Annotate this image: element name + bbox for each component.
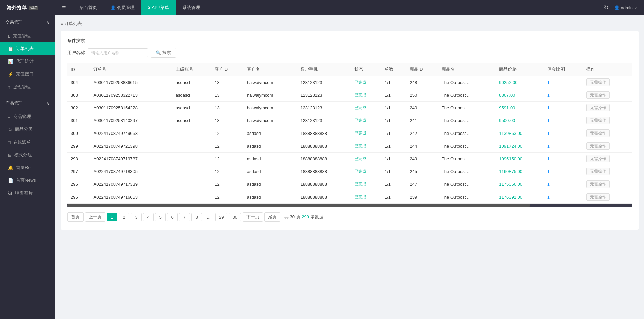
cell-action[interactable]: 无需操作 bbox=[583, 191, 632, 204]
cell-customer-id: 12 bbox=[211, 153, 243, 165]
search-input[interactable] bbox=[88, 48, 148, 57]
cell-status: 已完成 bbox=[351, 89, 381, 102]
sidebar-item-orders[interactable]: 📋 订单列表 bbox=[0, 42, 55, 55]
sidebar-agent-stats-label: 代理统计 bbox=[16, 58, 34, 64]
col-action: 操作 bbox=[583, 63, 632, 76]
cell-id: 304 bbox=[67, 76, 90, 89]
cell-customer-id: 12 bbox=[211, 178, 243, 191]
col-parent: 上级账号 bbox=[172, 63, 211, 76]
cell-parent: asdasd bbox=[172, 114, 211, 127]
cell-order-no: A03011709258154228 bbox=[90, 102, 172, 114]
sidebar-orders-label: 订单列表 bbox=[16, 46, 34, 52]
sidebar-group-product-caret: ∨ bbox=[47, 101, 50, 106]
search-icon: 🔍 bbox=[156, 50, 161, 55]
pagination: 首页 上一页 1 2 3 4 5 6 7 8 ... 29 30 下一页 尾页 … bbox=[67, 207, 632, 223]
cell-parent: asdasd bbox=[172, 102, 211, 114]
cell-units: 1/1 bbox=[381, 76, 406, 89]
search-button-label: 搜索 bbox=[162, 50, 171, 56]
page-29-button[interactable]: 29 bbox=[215, 213, 227, 221]
sidebar-group-transaction[interactable]: 交易管理 ∨ bbox=[0, 15, 55, 30]
product-category-icon: 🗂 bbox=[8, 127, 12, 132]
page-7-button[interactable]: 7 bbox=[179, 213, 190, 221]
cell-parent: asdasd bbox=[172, 76, 211, 89]
cell-action[interactable]: 无需操作 bbox=[583, 140, 632, 153]
sidebar-product-mgmt-label: 商品管理 bbox=[13, 114, 31, 120]
nav-menu-icon[interactable]: ☰ bbox=[55, 0, 73, 15]
sidebar-item-product-mgmt[interactable]: ≡ 商品管理 bbox=[0, 110, 55, 123]
cell-order-no: A02241708749717339 bbox=[90, 178, 172, 191]
table-row: 303 A03011709258322713 asdasd 13 haiwaiy… bbox=[67, 89, 632, 102]
sidebar-item-popup-image[interactable]: 🖼 弹窗图片 bbox=[0, 187, 55, 200]
cell-action[interactable]: 无需操作 bbox=[583, 114, 632, 127]
search-button[interactable]: 🔍 搜索 bbox=[151, 48, 176, 58]
app-logo: 海外抢单 v3.7 bbox=[0, 5, 55, 11]
cell-customer-name: asdasd bbox=[244, 178, 297, 191]
cell-parent bbox=[172, 153, 211, 165]
nav-item-dashboard[interactable]: 后台首页 bbox=[73, 0, 104, 15]
nav-item-app-menu[interactable]: ¥ APP菜单 bbox=[141, 0, 176, 15]
page-2-button[interactable]: 2 bbox=[119, 213, 129, 221]
page-1-button[interactable]: 1 bbox=[107, 213, 117, 221]
cell-price: 1176391.00 bbox=[496, 191, 544, 204]
page-next-button[interactable]: 下一页 bbox=[243, 212, 263, 222]
withdrawal-icon: ¥ bbox=[8, 85, 10, 90]
cell-status: 已完成 bbox=[351, 178, 381, 191]
admin-caret-icon: ∨ bbox=[634, 5, 637, 10]
sidebar-item-withdrawal[interactable]: ¥ 提现管理 bbox=[0, 81, 55, 93]
cell-action[interactable]: 无需操作 bbox=[583, 76, 632, 89]
refresh-button[interactable]: ↻ bbox=[604, 4, 609, 11]
sidebar-group-product[interactable]: 产品管理 ∨ bbox=[0, 96, 55, 110]
page-last-button[interactable]: 尾页 bbox=[264, 212, 280, 222]
page-4-button[interactable]: 4 bbox=[143, 213, 154, 221]
cell-action[interactable]: 无需操作 bbox=[583, 89, 632, 102]
page-8-button[interactable]: 8 bbox=[191, 213, 202, 221]
sidebar-item-home-news[interactable]: 📄 首页News bbox=[0, 174, 55, 187]
table-row: 304 A03011709258836615 asdasd 13 haiwaiy… bbox=[67, 76, 632, 89]
page-5-button[interactable]: 5 bbox=[155, 213, 166, 221]
cell-status: 已完成 bbox=[351, 191, 381, 204]
page-first-button[interactable]: 首页 bbox=[67, 212, 84, 222]
orders-table: ID 订单号 上级账号 客户ID 客户名 客户手机 状态 单数 商品ID 商品名… bbox=[67, 63, 632, 204]
sidebar-online-dispatch-label: 在线派单 bbox=[13, 139, 31, 145]
cell-product-id: 240 bbox=[406, 102, 438, 114]
cell-id: 299 bbox=[67, 140, 90, 153]
cell-ratio: 1 bbox=[544, 89, 583, 102]
cell-customer-name: haiwaiymcom bbox=[244, 89, 297, 102]
sidebar-item-recharge-interface[interactable]: ⚡ 充值接口 bbox=[0, 68, 55, 81]
cell-action[interactable]: 无需操作 bbox=[583, 127, 632, 140]
search-section-title: 条件搜索 bbox=[67, 38, 632, 44]
cell-product-name: The Outpost ... bbox=[438, 102, 496, 114]
page-prev-button[interactable]: 上一页 bbox=[85, 212, 105, 222]
cell-order-no: A03011709258836615 bbox=[90, 76, 172, 89]
cell-product-name: The Outpost ... bbox=[438, 178, 496, 191]
cell-price: 9500.00 bbox=[496, 114, 544, 127]
cell-action[interactable]: 无需操作 bbox=[583, 102, 632, 114]
cell-id: 301 bbox=[67, 114, 90, 127]
page-6-button[interactable]: 6 bbox=[167, 213, 178, 221]
sidebar-group-transaction-label: 交易管理 bbox=[5, 19, 23, 25]
page-30-button[interactable]: 30 bbox=[229, 213, 241, 221]
table-row: 299 A02241708749721398 12 asdasd 1888888… bbox=[67, 140, 632, 153]
sidebar-item-mode-group[interactable]: ⊞ 模式分组 bbox=[0, 149, 55, 161]
nav-menu: ☰ 后台首页 👤 会员管理 ¥ APP菜单 系统管理 bbox=[55, 0, 604, 15]
sidebar-group-transaction-caret: ∨ bbox=[47, 20, 50, 25]
cell-action[interactable]: 无需操作 bbox=[583, 153, 632, 165]
table-scrollbar[interactable] bbox=[67, 204, 632, 207]
sidebar-item-recharge[interactable]: ₿ 充值管理 bbox=[0, 30, 55, 42]
nav-item-system[interactable]: 系统管理 bbox=[176, 0, 207, 15]
col-id: ID bbox=[67, 63, 90, 76]
sidebar-item-online-dispatch[interactable]: □ 在线派单 bbox=[0, 136, 55, 149]
cell-phone: 18888888888 bbox=[297, 140, 351, 153]
recharge-icon: ₿ bbox=[8, 34, 10, 39]
cell-action[interactable]: 无需操作 bbox=[583, 165, 632, 178]
admin-dropdown[interactable]: 👤 admin ∨ bbox=[614, 5, 637, 10]
cell-action[interactable]: 无需操作 bbox=[583, 178, 632, 191]
cell-customer-id: 12 bbox=[211, 127, 243, 140]
nav-item-member[interactable]: 👤 会员管理 bbox=[104, 0, 141, 15]
sidebar-item-agent-stats[interactable]: 📊 代理统计 bbox=[0, 55, 55, 68]
sidebar-item-home-roll[interactable]: 🔔 首页Roll bbox=[0, 161, 55, 174]
sidebar-item-product-category[interactable]: 🗂 商品分类 bbox=[0, 123, 55, 136]
sidebar: 交易管理 ∨ ₿ 充值管理 📋 订单列表 📊 代理统计 ⚡ 充值接口 ¥ 提现管… bbox=[0, 15, 55, 319]
page-3-button[interactable]: 3 bbox=[131, 213, 142, 221]
sidebar-recharge-label: 充值管理 bbox=[13, 33, 31, 39]
